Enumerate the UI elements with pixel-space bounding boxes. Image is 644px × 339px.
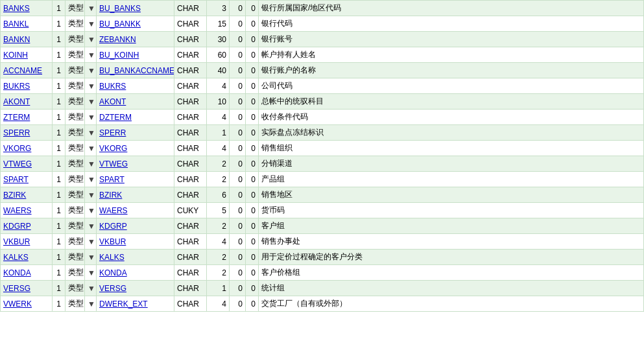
field-name-link[interactable]: BANKN: [3, 35, 30, 44]
ref-cell[interactable]: WAERS: [97, 203, 174, 218]
field-name-link[interactable]: SPERR: [3, 128, 30, 137]
field-name-cell[interactable]: VKBUR: [1, 234, 53, 250]
type-cell: 类型: [66, 265, 85, 281]
decimal-cell: 0: [230, 234, 246, 250]
field-name-cell[interactable]: BANKN: [1, 32, 53, 47]
field-name-cell[interactable]: ZTERM: [1, 110, 53, 125]
field-name-cell[interactable]: VTWEG: [1, 156, 53, 172]
ref-link[interactable]: AKONT: [99, 97, 126, 106]
ref-cell[interactable]: SPERR: [97, 125, 174, 141]
ref-link[interactable]: VKBUR: [99, 237, 126, 246]
field-name-link[interactable]: VWERK: [3, 299, 32, 309]
number-cell: 1: [53, 16, 66, 32]
field-name-link[interactable]: VKORG: [3, 144, 31, 153]
field-name-link[interactable]: BZIRK: [3, 191, 26, 200]
ref-cell[interactable]: BUKRS: [97, 78, 174, 94]
field-name-link[interactable]: ZTERM: [3, 113, 30, 122]
ref-cell[interactable]: KONDA: [97, 265, 174, 281]
field-name-cell[interactable]: BUKRS: [1, 78, 53, 94]
ref-link[interactable]: SPERR: [99, 128, 126, 137]
ref-cell[interactable]: BU_BANKS: [97, 1, 174, 16]
field-name-cell[interactable]: KDGRP: [1, 218, 53, 234]
ref-cell[interactable]: KALKS: [97, 250, 174, 265]
type-cell: 类型: [66, 47, 85, 63]
field-name-link[interactable]: WAERS: [3, 206, 32, 215]
ref-cell[interactable]: BU_BANKK: [97, 16, 174, 32]
ref-link[interactable]: KONDA: [99, 268, 127, 277]
field-name-link[interactable]: KALKS: [3, 253, 29, 262]
field-name-link[interactable]: VKBUR: [3, 237, 30, 246]
field-name-cell[interactable]: BZIRK: [1, 187, 53, 203]
arrow-icon: ▼: [85, 296, 97, 312]
field-name-link[interactable]: KOINH: [3, 51, 28, 60]
ref-link[interactable]: VERSG: [99, 284, 126, 293]
field-name-cell[interactable]: SPART: [1, 172, 53, 187]
table-row: VTWEG 1 类型 ▼ VTWEG CHAR 2 0 0 分销渠道: [1, 156, 644, 172]
field-name-link[interactable]: VERSG: [3, 284, 30, 293]
field-name-link[interactable]: BUKRS: [3, 82, 30, 91]
ref-cell[interactable]: DWERK_EXT: [97, 296, 174, 312]
type-cell: 类型: [66, 94, 85, 110]
ref-cell[interactable]: VTWEG: [97, 156, 174, 172]
decimal-cell: 0: [230, 187, 246, 203]
field-name-link[interactable]: VTWEG: [3, 159, 32, 169]
ref-cell[interactable]: ZEBANKN: [97, 32, 174, 47]
ref-cell[interactable]: AKONT: [97, 94, 174, 110]
field-name-cell[interactable]: VERSG: [1, 281, 53, 296]
ref-link[interactable]: ZEBANKN: [99, 35, 136, 44]
arrow-icon: ▼: [85, 250, 97, 265]
ref-link[interactable]: KALKS: [99, 253, 125, 262]
field-name-cell[interactable]: WAERS: [1, 203, 53, 218]
ref-cell[interactable]: VERSG: [97, 281, 174, 296]
decimal-cell: 0: [230, 156, 246, 172]
ref-link[interactable]: SPART: [99, 175, 125, 184]
arrow-icon: ▼: [85, 141, 97, 156]
ref-link[interactable]: BU_KOINH: [99, 51, 139, 60]
field-name-link[interactable]: SPART: [3, 175, 29, 184]
ref-cell[interactable]: KDGRP: [97, 218, 174, 234]
field-name-link[interactable]: ACCNAME: [3, 66, 42, 75]
ref-link[interactable]: BU_BANKS: [99, 4, 141, 13]
field-name-link[interactable]: BANKS: [3, 4, 30, 13]
length-cell: 2: [207, 156, 230, 172]
field-name-cell[interactable]: BANKS: [1, 1, 53, 16]
field-name-cell[interactable]: KALKS: [1, 250, 53, 265]
ref-link[interactable]: BU_BANKACCNAME: [99, 66, 174, 75]
number-cell: 1: [53, 1, 66, 16]
ref-link[interactable]: WAERS: [99, 206, 128, 215]
type-cell: 类型: [66, 156, 85, 172]
field-name-cell[interactable]: VKORG: [1, 141, 53, 156]
ref-link[interactable]: BZIRK: [99, 191, 122, 200]
ref-link[interactable]: DWERK_EXT: [99, 299, 148, 309]
ref-cell[interactable]: BU_BANKACCNAME: [97, 63, 174, 78]
field-name-link[interactable]: BANKL: [3, 19, 29, 29]
field-name-cell[interactable]: VWERK: [1, 296, 53, 312]
field-name-cell[interactable]: KONDA: [1, 265, 53, 281]
ref-cell[interactable]: SPART: [97, 172, 174, 187]
length-cell: 1: [207, 125, 230, 141]
field-name-cell[interactable]: BANKL: [1, 16, 53, 32]
dtype-cell: CUKY: [174, 203, 207, 218]
field-name-cell[interactable]: KOINH: [1, 47, 53, 63]
ref-cell[interactable]: BZIRK: [97, 187, 174, 203]
table-row: VKORG 1 类型 ▼ VKORG CHAR 4 0 0 销售组织: [1, 141, 644, 156]
field-name-cell[interactable]: SPERR: [1, 125, 53, 141]
field-name-cell[interactable]: ACCNAME: [1, 63, 53, 78]
ref-cell[interactable]: DZTERM: [97, 110, 174, 125]
ref-link[interactable]: VKORG: [99, 144, 127, 153]
ref-cell[interactable]: VKORG: [97, 141, 174, 156]
ref-link[interactable]: BUKRS: [99, 82, 126, 91]
ref-link[interactable]: BU_BANKK: [99, 19, 141, 29]
length-cell: 30: [207, 32, 230, 47]
ref-link[interactable]: DZTERM: [99, 113, 132, 122]
field-name-link[interactable]: KONDA: [3, 268, 31, 277]
decimal-cell: 0: [230, 250, 246, 265]
decimal-cell: 0: [230, 125, 246, 141]
ref-cell[interactable]: BU_KOINH: [97, 47, 174, 63]
ref-link[interactable]: KDGRP: [99, 222, 127, 231]
field-name-cell[interactable]: AKONT: [1, 94, 53, 110]
ref-cell[interactable]: VKBUR: [97, 234, 174, 250]
field-name-link[interactable]: KDGRP: [3, 222, 31, 231]
ref-link[interactable]: VTWEG: [99, 159, 128, 169]
field-name-link[interactable]: AKONT: [3, 97, 30, 106]
